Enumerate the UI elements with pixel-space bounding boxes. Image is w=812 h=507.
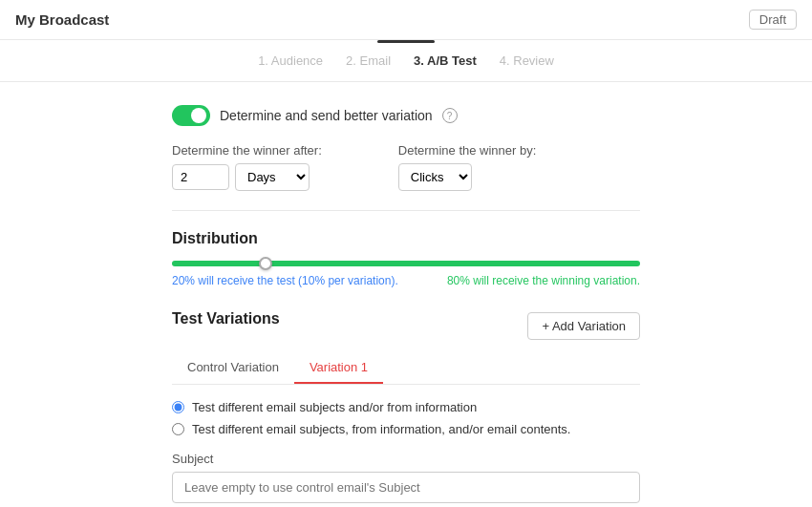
slider-label-right: 80% will receive the winning variation. (447, 274, 640, 287)
draft-badge: Draft (749, 10, 797, 30)
slider-labels: 20% will receive the test (10% per varia… (172, 274, 640, 287)
toggle-slider (172, 105, 210, 126)
test-variations-title: Test Variations (172, 310, 280, 327)
slider-thumb[interactable] (259, 257, 272, 270)
tab-control[interactable]: Control Variation (172, 352, 294, 384)
main-content: Determine and send better variation ? De… (0, 82, 812, 507)
variation-tabs: Control Variation Variation 1 (172, 352, 640, 385)
radio-contents-input[interactable] (172, 423, 184, 435)
subject-section: Subject (172, 452, 640, 503)
subject-label: Subject (172, 452, 640, 466)
divider (172, 210, 640, 211)
winner-by-group: Determine the winner by: Clicks Opens (398, 143, 537, 191)
steps-nav: 1. Audience 2. Email 3. A/B Test 4. Revi… (0, 40, 812, 82)
tab-variation1[interactable]: Variation 1 (294, 352, 383, 384)
slider-container (172, 261, 640, 266)
step-audience[interactable]: 1. Audience (258, 53, 323, 68)
step-abtest[interactable]: 3. A/B Test (414, 53, 477, 68)
winner-after-label: Determine the winner after: (172, 143, 322, 158)
add-variation-button[interactable]: + Add Variation (527, 312, 640, 340)
winner-by-select[interactable]: Clicks Opens (398, 163, 472, 191)
winner-row: Determine the winner after: Days Hours W… (172, 143, 640, 191)
radio-option-contents[interactable]: Test different email subjects, from info… (172, 422, 640, 436)
toggle-row: Determine and send better variation ? (172, 105, 640, 126)
radio-subjects-label: Test different email subjects and/or fro… (192, 400, 477, 414)
radio-contents-label: Test different email subjects, from info… (192, 422, 570, 436)
radio-option-subjects[interactable]: Test different email subjects and/or fro… (172, 400, 640, 414)
toggle-label: Determine and send better variation (220, 108, 433, 123)
winner-after-inputs: Days Hours Weeks (172, 163, 322, 191)
help-icon[interactable]: ? (442, 108, 458, 123)
distribution-title: Distribution (172, 230, 640, 247)
page-title: My Broadcast (15, 11, 109, 28)
step-review[interactable]: 4. Review (500, 53, 554, 68)
winner-after-group: Determine the winner after: Days Hours W… (172, 143, 322, 191)
winner-by-label: Determine the winner by: (398, 143, 537, 158)
subject-input[interactable] (172, 472, 640, 503)
test-type-radio-group: Test different email subjects and/or fro… (172, 400, 640, 436)
radio-subjects-input[interactable] (172, 401, 184, 413)
slider-label-left: 20% will receive the test (10% per varia… (172, 274, 398, 287)
test-variations-header: Test Variations + Add Variation (172, 310, 640, 341)
step-email[interactable]: 2. Email (346, 53, 391, 68)
winner-after-value[interactable] (172, 164, 229, 190)
slider-track (172, 261, 640, 266)
distribution-section: Distribution 20% will receive the test (… (172, 230, 640, 287)
send-better-toggle[interactable] (172, 105, 210, 126)
header: My Broadcast Draft (0, 0, 812, 40)
winner-after-unit[interactable]: Days Hours Weeks (235, 163, 310, 191)
